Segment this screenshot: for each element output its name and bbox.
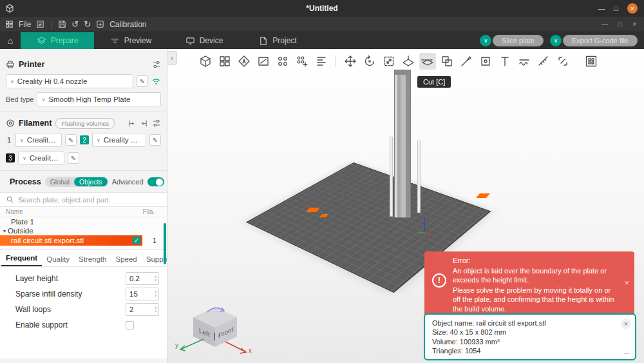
- tree-row-plate[interactable]: Plate 1: [0, 217, 167, 226]
- calibration-icon[interactable]: [96, 20, 104, 28]
- support-painting-icon[interactable]: [458, 53, 475, 70]
- lay-on-face-icon[interactable]: [236, 53, 252, 70]
- tab-project[interactable]: Project: [241, 32, 314, 49]
- variable-layer-height-icon[interactable]: [313, 53, 330, 70]
- object-thin-pillar-right[interactable]: [417, 141, 421, 213]
- slice-options-dropdown[interactable]: ∨: [480, 35, 491, 46]
- collapse-panel-button[interactable]: ‹: [167, 51, 177, 65]
- error-close-button[interactable]: ×: [624, 277, 629, 288]
- export-options-dropdown[interactable]: ∨: [550, 35, 562, 46]
- param-tab-quality[interactable]: Quality: [42, 252, 74, 266]
- info-close-button[interactable]: ×: [621, 319, 631, 329]
- advanced-toggle[interactable]: [147, 177, 164, 186]
- menu-calibration[interactable]: Calibration: [109, 20, 146, 29]
- sidebar-scrollbar[interactable]: [164, 223, 166, 264]
- advanced-label: Advanced: [112, 178, 144, 186]
- filament-3-value: Creality A...: [30, 154, 60, 162]
- object-rail-tower[interactable]: [394, 70, 411, 218]
- redo-icon[interactable]: ↻: [84, 19, 91, 29]
- viewport-3d[interactable]: ‹ Cut [C] Left: [167, 49, 644, 363]
- cut-icon[interactable]: [419, 53, 436, 70]
- filament-1-select[interactable]: ∨ Creality A...: [15, 133, 62, 147]
- app-grid-icon[interactable]: [5, 20, 14, 28]
- home-button[interactable]: ⌂: [0, 32, 21, 49]
- tab-preview-label: Preview: [124, 36, 152, 45]
- auto-orient-icon[interactable]: [255, 53, 272, 70]
- tab-prepare[interactable]: Prepare: [21, 32, 94, 49]
- text-tool-icon[interactable]: [497, 53, 513, 70]
- enable-support-checkbox[interactable]: [126, 321, 134, 329]
- menubar-separator: [51, 20, 52, 29]
- export-gcode-button[interactable]: Export G-code file: [563, 35, 638, 46]
- flatten-icon[interactable]: [400, 53, 417, 70]
- edit-filament-1-button[interactable]: ✎: [65, 134, 77, 146]
- doc-maximize-button[interactable]: □: [618, 21, 622, 28]
- edit-printer-button[interactable]: ✎: [137, 75, 148, 87]
- wifi-icon[interactable]: [151, 77, 161, 86]
- object-visible-checkbox[interactable]: ✓: [133, 237, 140, 244]
- edit-filament-2-button[interactable]: ✎: [149, 134, 161, 146]
- tab-preview[interactable]: Preview: [94, 32, 167, 49]
- mesh-boolean-icon[interactable]: [439, 53, 455, 70]
- rotate-icon[interactable]: [361, 53, 378, 70]
- bed-type-label: Bed type: [6, 95, 33, 103]
- sparse-infill-stepper[interactable]: ∧ ∨: [155, 291, 157, 297]
- gizmo-axes: [174, 331, 258, 360]
- menu-list-icon[interactable]: [36, 20, 44, 28]
- bed-type-select[interactable]: ∨ Smooth High Temp Plate: [37, 92, 161, 106]
- menu-file[interactable]: File: [19, 20, 31, 29]
- scale-icon[interactable]: [381, 53, 397, 70]
- fill-bed-icon[interactable]: [274, 53, 291, 70]
- spin-down-icon: ∨: [155, 309, 157, 313]
- orientation-gizmo[interactable]: Left Front x y: [174, 304, 258, 361]
- object-thin-pillar-left[interactable]: [390, 137, 393, 217]
- printer-preset-select[interactable]: ∨ Creality Hi 0.4 nozzle: [6, 74, 133, 88]
- document-window-controls: — □ ×: [601, 21, 639, 28]
- undo-icon[interactable]: ↺: [71, 19, 79, 29]
- arrange-icon[interactable]: [583, 53, 600, 70]
- filament-settings-icon[interactable]: [152, 119, 161, 128]
- move-icon[interactable]: [342, 53, 359, 70]
- assemble-icon[interactable]: [197, 53, 214, 70]
- slice-plate-button[interactable]: Slice plate: [493, 35, 544, 46]
- filament-3-select[interactable]: ∨ Creality A...: [18, 151, 64, 165]
- doc-minimize-button[interactable]: —: [601, 21, 608, 28]
- param-tab-strength[interactable]: Strength: [74, 252, 111, 266]
- clone-objects-icon[interactable]: [294, 53, 310, 70]
- chevron-down-icon: ∨: [97, 137, 100, 143]
- edit-filament-3-button[interactable]: ✎: [68, 152, 79, 164]
- sparse-infill-input[interactable]: [129, 290, 149, 298]
- wall-loops-input[interactable]: [129, 306, 149, 313]
- window-maximize-button[interactable]: □: [614, 5, 618, 12]
- array-icon[interactable]: [216, 53, 233, 70]
- scope-objects-option[interactable]: Objects: [74, 177, 108, 186]
- layer-height-input[interactable]: [129, 275, 149, 282]
- triangle-down-icon[interactable]: ▾: [3, 228, 6, 234]
- filament-2-select[interactable]: ∨ Creality ABS: [92, 133, 146, 147]
- save-icon[interactable]: [58, 20, 66, 28]
- seam-painting-icon[interactable]: [477, 53, 494, 70]
- flushing-volumes-button[interactable]: Flushing volumes: [55, 118, 115, 129]
- search-input[interactable]: [18, 196, 161, 204]
- info-collapse-button[interactable]: —: [624, 350, 630, 358]
- tab-device[interactable]: Device: [167, 32, 241, 49]
- doc-close-button[interactable]: ×: [632, 21, 636, 28]
- param-tab-frequent[interactable]: Frequent: [1, 251, 42, 266]
- param-tab-speed[interactable]: Speed: [111, 252, 141, 266]
- sparse-infill-label: Sparse infill density: [15, 289, 126, 299]
- window-close-button[interactable]: ×: [627, 3, 638, 14]
- scope-global-option[interactable]: Global: [46, 177, 74, 186]
- wall-loops-stepper[interactable]: ∧ ∨: [155, 306, 157, 313]
- fuzzy-skin-icon[interactable]: [516, 53, 533, 70]
- measure-icon[interactable]: [535, 53, 552, 70]
- tree-row-outside[interactable]: ▾ Outside: [0, 226, 167, 235]
- printer-settings-icon[interactable]: [152, 60, 161, 69]
- printer-preset-value: Creality Hi 0.4 nozzle: [17, 77, 88, 85]
- assembly-view-icon[interactable]: [554, 53, 571, 70]
- filament-map-icon[interactable]: [128, 119, 136, 128]
- filament-section-title: Filament: [19, 119, 52, 128]
- window-minimize-button[interactable]: —: [598, 5, 605, 12]
- filament-add-icon[interactable]: [140, 119, 148, 128]
- layer-height-stepper[interactable]: ∧ ∨: [155, 275, 157, 282]
- tree-row-object[interactable]: rail circuit stl export.stl ✓ 1: [0, 235, 167, 246]
